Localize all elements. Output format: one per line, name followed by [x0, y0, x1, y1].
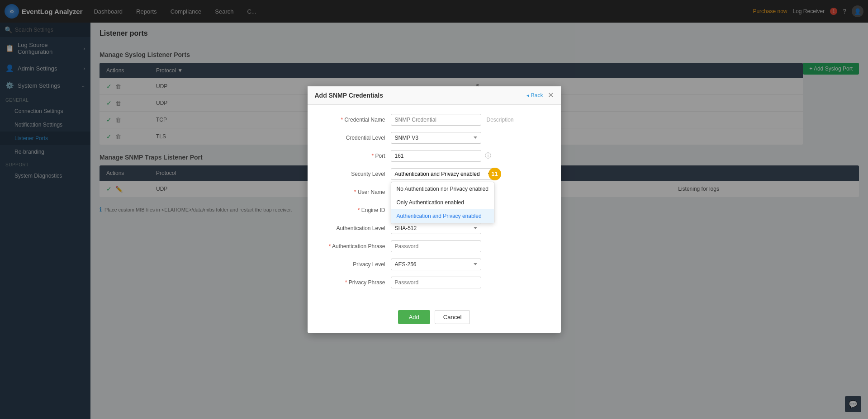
- security-option-auth[interactable]: Only Authentication enabled: [391, 196, 494, 209]
- credential-name-label: * Credential Name: [318, 117, 391, 123]
- port-input[interactable]: [391, 150, 481, 162]
- auth-phrase-label: * Authentication Phrase: [318, 243, 391, 250]
- modal-overlay: Add SNMP Credentials ◂ Back ✕ * Credenti…: [0, 0, 868, 419]
- privacy-level-row: Privacy Level DES AES-128 AES-192 AES-25…: [318, 259, 550, 270]
- credential-level-row: Credential Level SNMP V1 SNMP V2c SNMP V…: [318, 132, 550, 144]
- port-label: * Port: [318, 153, 391, 159]
- close-button[interactable]: ✕: [548, 92, 554, 99]
- security-level-value: Authentication and Privacy enabled: [395, 171, 480, 177]
- modal-title: Add SNMP Credentials: [315, 92, 383, 99]
- port-row: * Port ⓘ: [318, 150, 550, 162]
- cancel-button[interactable]: Cancel: [435, 310, 470, 324]
- credential-level-label: Credential Level: [318, 135, 391, 141]
- privacy-phrase-label: * Privacy Phrase: [318, 279, 391, 286]
- credential-name-row: * Credential Name Description: [318, 114, 550, 126]
- security-level-selector[interactable]: Authentication and Privacy enabled ▾: [391, 168, 495, 180]
- auth-level-select[interactable]: MD5 SHA SHA-224 SHA-256 SHA-384 SHA-512: [391, 222, 481, 234]
- security-level-row: Security Level Authentication and Privac…: [318, 168, 550, 180]
- security-option-none[interactable]: No Authentication nor Privacy enabled: [391, 182, 494, 196]
- credential-name-input[interactable]: [391, 114, 481, 126]
- add-button[interactable]: Add: [398, 310, 430, 324]
- description-placeholder: Description: [487, 117, 514, 123]
- auth-phrase-input[interactable]: [391, 240, 481, 252]
- privacy-phrase-input[interactable]: [391, 277, 481, 288]
- privacy-level-select[interactable]: DES AES-128 AES-192 AES-256: [391, 259, 481, 270]
- user-name-label: * User Name: [318, 189, 391, 195]
- modal-header: Add SNMP Credentials ◂ Back ✕: [308, 86, 561, 105]
- back-button[interactable]: ◂ Back: [526, 92, 543, 99]
- credential-level-select[interactable]: SNMP V1 SNMP V2c SNMP V3: [391, 132, 481, 144]
- engine-id-label: * Engine ID: [318, 207, 391, 213]
- auth-level-row: Authentication Level MD5 SHA SHA-224 SHA…: [318, 222, 550, 234]
- security-option-auth-privacy[interactable]: Authentication and Privacy enabled: [391, 209, 494, 223]
- port-help-icon[interactable]: ⓘ: [485, 152, 491, 160]
- security-level-label: Security Level: [318, 171, 391, 177]
- modal-body: * Credential Name Description Credential…: [308, 105, 561, 304]
- security-level-dropdown: No Authentication nor Privacy enabled On…: [391, 182, 494, 223]
- add-snmp-credentials-modal: Add SNMP Credentials ◂ Back ✕ * Credenti…: [308, 86, 561, 333]
- modal-footer: Add Cancel: [308, 304, 561, 333]
- modal-header-actions: ◂ Back ✕: [526, 92, 553, 99]
- privacy-level-label: Privacy Level: [318, 261, 391, 268]
- auth-level-label: Authentication Level: [318, 225, 391, 231]
- privacy-phrase-row: * Privacy Phrase: [318, 277, 550, 288]
- auth-phrase-row: * Authentication Phrase: [318, 240, 550, 252]
- security-badge: 11: [489, 168, 501, 180]
